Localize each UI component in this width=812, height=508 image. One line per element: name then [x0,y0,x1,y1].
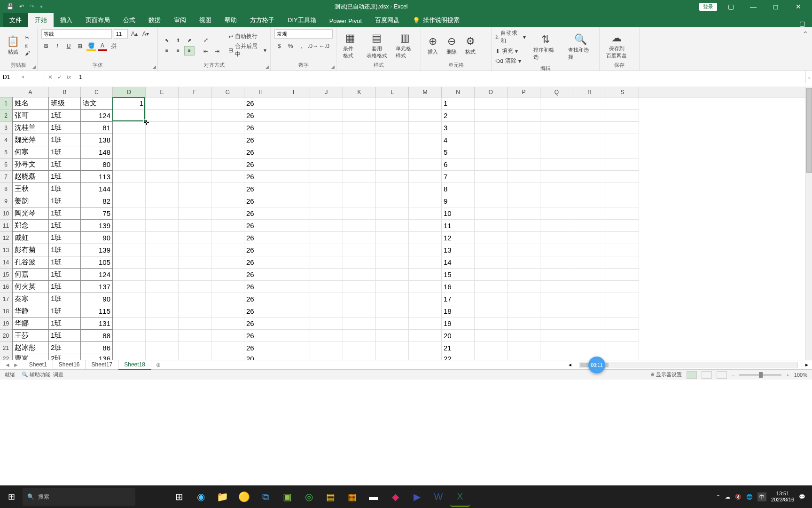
cell-S14[interactable] [606,256,639,269]
decimal-inc-icon[interactable]: .0→ [308,41,318,51]
cell-G8[interactable] [211,183,244,195]
cell-N9[interactable]: 9 [442,195,475,207]
cell-J15[interactable] [310,269,343,281]
cell-S1[interactable] [606,97,639,110]
cell-G18[interactable] [211,305,244,318]
cell-D4[interactable] [113,134,146,146]
name-box[interactable]: D1▾ [0,71,44,83]
cell-M19[interactable] [409,318,442,330]
cell-L1[interactable] [376,97,409,110]
cell-H22[interactable]: 20 [244,354,277,360]
cell-N20[interactable]: 20 [442,330,475,342]
vscroll-thumb[interactable] [806,97,812,173]
cell-M11[interactable] [409,220,442,232]
cell-O8[interactable] [475,183,508,195]
col-header-B[interactable]: B [49,87,81,97]
row-header-22[interactable]: 22 [0,354,12,360]
cell-P7[interactable] [508,171,540,183]
cell-L5[interactable] [376,146,409,159]
cell-M8[interactable] [409,183,442,195]
comma-icon[interactable]: , [297,41,306,51]
row-header-1[interactable]: 1 [0,97,12,110]
minimize-button[interactable]: — [744,3,762,10]
cell-B8[interactable]: 1班 [49,183,81,195]
cell-F10[interactable] [179,207,211,220]
cell-M5[interactable] [409,146,442,159]
cell-F8[interactable] [179,183,211,195]
align-launcher-icon[interactable]: ◢ [265,64,269,69]
cell-N8[interactable]: 8 [442,183,475,195]
col-header-J[interactable]: J [310,87,343,97]
cell-P5[interactable] [508,146,540,159]
cell-K6[interactable] [343,159,376,171]
cell-F7[interactable] [179,171,211,183]
cell-N10[interactable]: 10 [442,207,475,220]
cell-Q13[interactable] [540,244,573,256]
cell-A5[interactable]: 何寒 [12,146,49,159]
cell-L8[interactable] [376,183,409,195]
cell-H12[interactable]: 26 [244,232,277,244]
cell-S13[interactable] [606,244,639,256]
cell-S19[interactable] [606,318,639,330]
fill-color-button[interactable]: 🪣 [86,41,96,51]
cell-E15[interactable] [146,269,179,281]
cell-S3[interactable] [606,122,639,134]
cell-D7[interactable] [113,171,146,183]
row-header-21[interactable]: 21 [0,342,12,354]
col-header-Q[interactable]: Q [540,87,573,97]
cell-H20[interactable]: 26 [244,330,277,342]
cell-A6[interactable]: 孙寻文 [12,159,49,171]
tab-layout[interactable]: 页面布局 [79,13,117,27]
cell-Q1[interactable] [540,97,573,110]
cell-K5[interactable] [343,146,376,159]
cell-L13[interactable] [376,244,409,256]
cell-L19[interactable] [376,318,409,330]
cell-P19[interactable] [508,318,540,330]
fill-button[interactable]: ⬇填充▾ [495,47,526,55]
cell-P20[interactable] [508,330,540,342]
cell-E11[interactable] [146,220,179,232]
cell-S18[interactable] [606,305,639,318]
cell-D15[interactable] [113,269,146,281]
cell-M2[interactable] [409,110,442,122]
cell-E12[interactable] [146,232,179,244]
word-icon[interactable]: W [429,487,448,507]
page-layout-view-button[interactable] [702,371,712,379]
formula-expand-icon[interactable]: ⌄ [805,71,812,83]
cell-L15[interactable] [376,269,409,281]
row-header-13[interactable]: 13 [0,244,12,256]
row-header-15[interactable]: 15 [0,269,12,281]
tray-network-icon[interactable]: 🌐 [746,494,753,500]
cell-B1[interactable]: 班级 [49,97,81,110]
cell-M12[interactable] [409,232,442,244]
cell-O14[interactable] [475,256,508,269]
cell-A3[interactable]: 沈桂兰 [12,122,49,134]
cell-C4[interactable]: 138 [81,134,113,146]
cell-D5[interactable] [113,146,146,159]
cell-A20[interactable]: 王莎 [12,330,49,342]
tray-cloud-icon[interactable]: ☁ [725,494,730,500]
cell-Q9[interactable] [540,195,573,207]
cell-Q12[interactable] [540,232,573,244]
cell-K19[interactable] [343,318,376,330]
col-header-O[interactable]: O [475,87,508,97]
cell-G4[interactable] [211,134,244,146]
cell-I22[interactable] [277,354,310,360]
cell-Q15[interactable] [540,269,573,281]
cell-M22[interactable] [409,354,442,360]
merge-center-button[interactable]: ⊟合并后居中▾ [228,42,266,58]
cell-P2[interactable] [508,110,540,122]
app-icon-4[interactable]: ▦ [342,487,362,507]
cell-S11[interactable] [606,220,639,232]
cell-D11[interactable] [113,220,146,232]
format-table-button[interactable]: ▤套用 表格格式 [364,31,390,60]
cell-F14[interactable] [179,256,211,269]
cell-J21[interactable] [310,342,343,354]
cell-L14[interactable] [376,256,409,269]
cell-A18[interactable]: 华静 [12,305,49,318]
cell-K12[interactable] [343,232,376,244]
tab-diy[interactable]: DIY工具箱 [281,13,323,27]
decimal-dec-icon[interactable]: ←.0 [320,41,329,51]
row-header-9[interactable]: 9 [0,195,12,207]
italic-button[interactable]: I [53,41,62,51]
